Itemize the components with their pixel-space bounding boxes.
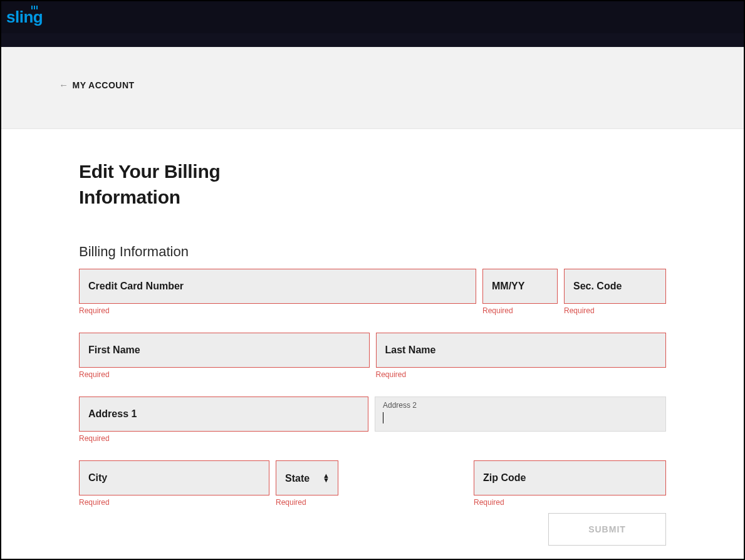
state-error: Required	[276, 498, 306, 507]
section-title: Billing Information	[79, 244, 666, 260]
breadcrumb-label: MY ACCOUNT	[73, 80, 135, 90]
cc-field-wrap: Required	[79, 269, 476, 304]
fname-input[interactable]	[79, 333, 370, 368]
city-error: Required	[79, 498, 110, 507]
submit-row: SUBMIT	[79, 513, 666, 546]
fname-error: Required	[79, 370, 110, 379]
zip-error: Required	[474, 498, 504, 507]
zip-field-wrap: Required	[474, 460, 666, 495]
form-row-card: Required Required Required	[79, 269, 666, 304]
cc-error: Required	[79, 306, 110, 315]
breadcrumb-back-link[interactable]: ← MY ACCOUNT	[59, 80, 135, 90]
sec-input[interactable]	[564, 269, 666, 304]
exp-input[interactable]	[482, 269, 558, 304]
addr1-field-wrap: Required	[79, 397, 368, 432]
cc-input[interactable]	[79, 269, 476, 304]
city-field-wrap: Required	[79, 460, 269, 495]
page-title: Edit Your Billing Information	[79, 159, 298, 210]
addr1-error: Required	[79, 434, 110, 443]
state-select-wrap: State ▲▼	[276, 460, 338, 495]
sub-nav-bar	[1, 33, 744, 47]
app-frame: sling ← MY ACCOUNT Edit Your Billing Inf…	[1, 1, 744, 559]
sec-error: Required	[564, 306, 595, 315]
form-row-city-state-zip: Required State ▲▼ Required Required	[79, 460, 666, 495]
addr2-label: Address 2	[383, 401, 658, 410]
form-row-name: Required Required	[79, 333, 666, 368]
addr1-input[interactable]	[79, 397, 368, 432]
breadcrumb-area: ← MY ACCOUNT	[1, 47, 744, 129]
zip-input[interactable]	[474, 460, 666, 495]
state-field-wrap: State ▲▼ Required	[276, 460, 338, 495]
spacer	[345, 460, 467, 495]
fname-field-wrap: Required	[79, 333, 370, 368]
addr2-field-wrap[interactable]: Address 2	[375, 397, 666, 432]
top-bar: sling	[1, 1, 744, 33]
lname-field-wrap: Required	[376, 333, 667, 368]
exp-error: Required	[482, 306, 513, 315]
content: Edit Your Billing Information Billing In…	[1, 129, 744, 558]
sec-field-wrap: Required	[564, 269, 666, 304]
city-input[interactable]	[79, 460, 269, 495]
brand-logo[interactable]: sling	[6, 8, 43, 27]
lname-input[interactable]	[376, 333, 667, 368]
arrow-left-icon: ←	[59, 80, 69, 90]
exp-field-wrap: Required	[482, 269, 558, 304]
state-select[interactable]: State	[276, 460, 338, 495]
submit-button[interactable]: SUBMIT	[548, 513, 666, 546]
lname-error: Required	[376, 370, 407, 379]
form-row-address: Required Address 2	[79, 397, 666, 432]
